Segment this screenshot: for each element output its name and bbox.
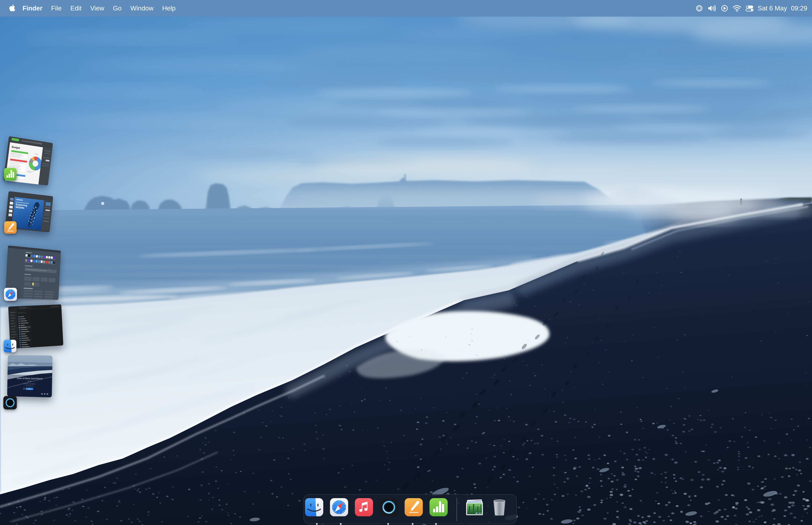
svg-text:Grocery: Grocery (29, 171, 32, 173)
svg-text:Edit: Edit (28, 388, 30, 390)
svg-text:Budget: Budget (35, 153, 38, 155)
svg-text:Dawn at Black Sand Beach: Dawn at Black Sand Beach (17, 377, 43, 380)
svg-text:ICELAND: ICELAND (28, 381, 32, 382)
svg-text:f/8 1/125 ISO 100: f/8 1/125 ISO 100 (26, 385, 33, 387)
svg-text:64.0432° N 16.1800° W: 64.0432° N 16.1800° W (24, 383, 36, 385)
